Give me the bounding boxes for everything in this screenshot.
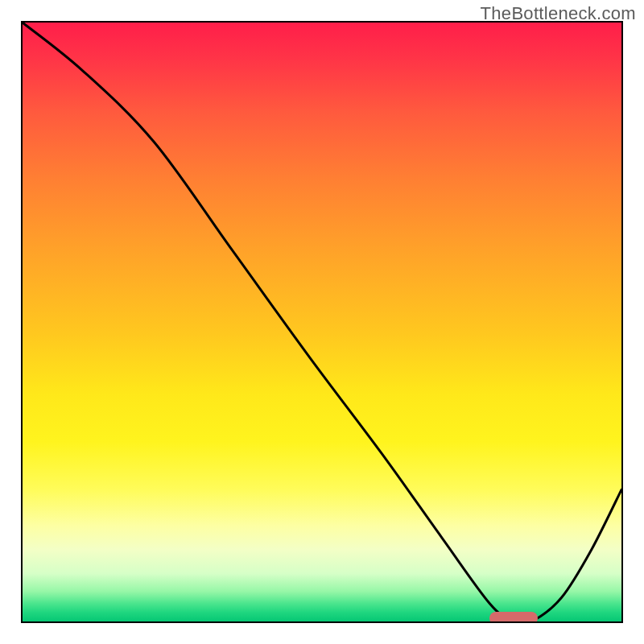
optimal-range-marker [489,612,538,623]
bottleneck-curve-line [23,23,621,621]
chart-plot-area [21,21,623,623]
chart-curve-svg [23,23,621,621]
watermark-text: TheBottleneck.com [481,3,636,24]
